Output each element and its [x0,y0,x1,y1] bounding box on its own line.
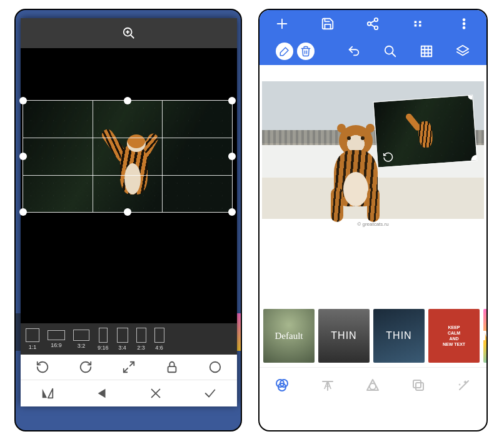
svg-rect-37 [416,383,423,390]
magic-tab[interactable] [456,377,472,393]
svg-line-4 [130,362,134,366]
rotate-cw-icon[interactable] [79,360,93,374]
ratio-label: 3:4 [118,345,126,351]
layers-copy-tab[interactable] [410,377,426,393]
style-thumb[interactable]: ME [483,309,486,363]
svg-rect-38 [413,380,421,388]
flip-horizontal-button[interactable] [41,386,54,400]
crop-top-bar [21,18,237,48]
svg-line-24 [392,53,396,57]
style-thumb[interactable]: THIN [318,309,370,363]
zoom-button[interactable] [383,44,398,59]
crop-handle[interactable] [228,208,236,216]
ratio-label: 16:9 [51,342,62,348]
ratio-label: 2:3 [137,345,145,351]
rotate-ccw-icon[interactable] [36,360,49,374]
svg-point-36 [370,383,376,390]
add-button[interactable] [275,16,290,31]
bottom-tab-bar: A [260,367,486,402]
edit-circle-button[interactable] [276,43,293,60]
aspect-ratio-bar: 1:116:93:29:163:42:34:6 [21,323,237,355]
crop-handle[interactable] [19,97,27,104]
check-button[interactable] [203,386,217,400]
crop-handle[interactable] [228,97,236,104]
thumb-label: THIN [331,330,356,341]
crop-rectangle[interactable] [23,101,232,212]
svg-line-19 [371,24,375,27]
svg-marker-9 [48,389,53,398]
svg-marker-10 [98,389,105,398]
expand-icon[interactable] [122,360,136,374]
screenshot-stage: 1:116:93:29:163:42:34:6 [0,0,504,444]
svg-point-21 [463,23,465,25]
crop-handle[interactable] [228,153,236,160]
svg-point-7 [210,362,221,373]
transform-toolbar [21,355,237,380]
grid-button[interactable] [419,44,434,59]
confirm-toolbar [21,380,237,406]
crop-handle[interactable] [19,208,27,216]
secondary-toolbar [260,38,486,65]
ratio-label: 4:6 [155,345,163,351]
overlay-image[interactable] [374,96,477,168]
thumb-label: THIN [386,330,411,341]
quote-button[interactable] [411,16,426,31]
aspect-ratio-9-16[interactable]: 9:16 [98,328,109,351]
editor-canvas[interactable]: © greatcats.ru [260,65,486,275]
crop-handle[interactable] [19,153,27,160]
layers-button[interactable] [455,44,470,59]
crop-image [23,101,232,212]
crop-canvas[interactable] [21,48,237,323]
save-button[interactable] [320,16,335,31]
shape-tab[interactable] [365,377,381,393]
ratio-label: 9:16 [98,345,109,351]
crop-editor-panel: 1:116:93:29:163:42:34:6 [21,18,237,405]
aspect-ratio-3-4[interactable]: 3:4 [117,328,128,351]
undo-button[interactable] [346,44,361,59]
crop-handle[interactable] [124,97,131,104]
zoom-in-icon[interactable] [122,26,136,40]
delete-circle-button[interactable] [297,43,315,60]
play-left-button[interactable] [95,386,109,400]
more-vert-button[interactable] [456,16,471,31]
svg-line-1 [131,35,134,39]
ratio-label: 3:2 [78,343,86,349]
right-phone-frame: © greatcats.ru DefaultTHINTHINKEEP CALM … [258,9,488,431]
crop-handle[interactable] [124,208,131,216]
main-toolbar [260,10,486,38]
ratio-label: 1:1 [29,344,37,350]
share-button[interactable] [365,16,380,31]
filters-tab[interactable] [274,377,290,393]
svg-line-18 [371,21,375,23]
aspect-ratio-1-1[interactable]: 1:1 [26,328,39,350]
lock-icon[interactable] [165,360,179,374]
style-thumb[interactable]: THIN [373,309,425,363]
svg-marker-8 [43,389,47,398]
svg-rect-25 [421,46,432,57]
svg-rect-6 [168,366,176,372]
rotate-handle-icon[interactable] [382,151,394,163]
watermark-text: © greatcats.ru [260,221,486,227]
style-thumb[interactable]: KEEP CALM AND NEW TEXT [428,309,480,363]
close-button[interactable] [149,386,163,400]
thumb-label: ME [483,328,487,344]
svg-line-5 [124,368,128,372]
aspect-ratio-16-9[interactable]: 16:9 [48,330,65,348]
style-thumbnails: DefaultTHINTHINKEEP CALM AND NEW TEXTME [260,306,486,367]
svg-marker-30 [457,46,468,53]
svg-marker-35 [367,380,378,390]
tiger-splash-image [98,113,167,207]
svg-text:A: A [324,379,331,391]
aspect-ratio-4-6[interactable]: 4:6 [154,328,164,351]
svg-point-22 [463,27,465,29]
aspect-ratio-3-2[interactable]: 3:2 [73,330,89,349]
aspect-ratio-2-3[interactable]: 2:3 [136,328,146,351]
style-thumb[interactable]: Default [263,309,315,363]
text-tab[interactable]: A [320,377,336,393]
circle-outline-icon[interactable] [208,360,222,374]
svg-point-20 [463,19,465,21]
thumb-label: Default [275,331,303,341]
left-phone-frame: 1:116:93:29:163:42:34:6 [14,9,242,431]
thumb-label: KEEP CALM AND NEW TEXT [443,325,465,347]
